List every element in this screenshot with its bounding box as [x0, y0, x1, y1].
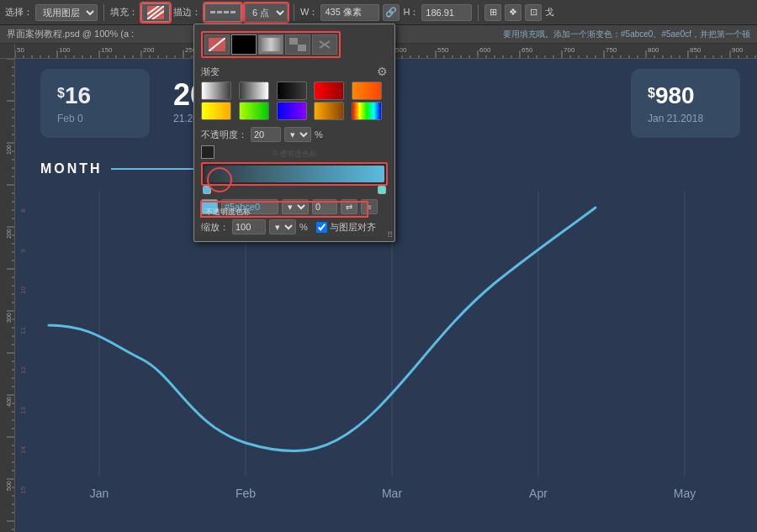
resize-handle[interactable]: ⠿	[387, 230, 393, 240]
svg-rect-7	[298, 38, 306, 45]
card-3-amount: $980	[648, 82, 723, 109]
card-1-date: Feb 0	[57, 113, 133, 124]
chart-curve	[49, 208, 596, 451]
gradient-editor-popup: 渐变 ⚙ 不透明度： ▾ % 不透明度色标	[193, 24, 395, 242]
extra-label: 戈	[545, 6, 554, 18]
more-icon[interactable]: ⊡	[525, 4, 542, 21]
preset-6[interactable]	[201, 102, 231, 120]
hex-color-input[interactable]	[221, 199, 278, 214]
svg-rect-8	[289, 45, 298, 51]
fill-diagonal-icon	[147, 6, 164, 19]
x-label-apr: Apr	[529, 487, 548, 500]
scale-select[interactable]: ▾	[269, 219, 296, 234]
preset-2[interactable]	[239, 82, 269, 100]
ruler-corner	[0, 44, 15, 59]
stop-left[interactable]	[203, 186, 211, 194]
opacity-input[interactable]	[251, 127, 281, 142]
card-1: $16 Feb 0	[40, 69, 150, 138]
separator-1	[103, 4, 104, 21]
x-label-jan: Jan	[90, 487, 109, 500]
width-label: W：	[300, 4, 379, 21]
svg-rect-9	[298, 45, 306, 51]
gradient-presets-grid	[201, 82, 388, 120]
separator-3	[478, 4, 479, 21]
gradient-title: 渐变	[201, 66, 220, 78]
opacity-unit: %	[315, 129, 323, 140]
fill-solid-btn[interactable]	[231, 34, 257, 55]
scale-input[interactable]	[232, 219, 266, 234]
preset-3[interactable]	[277, 82, 307, 100]
height-label: H：	[403, 4, 472, 21]
align-checkbox[interactable]	[316, 222, 327, 233]
y-label-12: 12	[19, 366, 27, 374]
preset-1[interactable]	[201, 82, 231, 100]
color-select[interactable]: ▾	[282, 199, 309, 214]
x-label-may: May	[674, 487, 696, 500]
stop-right[interactable]	[378, 186, 386, 194]
align-checkbox-row: 与图层对齐	[316, 221, 376, 234]
stroke-size-select[interactable]: 6 点	[245, 3, 288, 22]
opacity-select[interactable]: ▾	[284, 127, 311, 142]
stroke-line-icon	[210, 11, 236, 13]
x-label-feb: Feb	[236, 487, 256, 500]
gradient-settings-icon[interactable]: ⚙	[377, 65, 388, 78]
options-btn[interactable]: ≡	[361, 199, 378, 214]
preset-10[interactable]	[352, 102, 382, 120]
card-3: $980 Jan 21.2018	[631, 69, 740, 138]
color-input-row: ▾ ⇄ ≡	[201, 199, 388, 214]
opacity-label: 不透明度：	[201, 129, 247, 141]
opacity-slider-area: 不透明度色标	[201, 145, 388, 194]
y-label-15: 15	[19, 487, 27, 494]
y-label-10: 10	[19, 287, 27, 294]
fill-note-text: 要用填充哦。添加一个渐变色：#5abce0、#5ae0cf，并把第一个顿	[503, 29, 750, 40]
preset-5[interactable]	[352, 82, 382, 100]
gradient-bar-wrapper: 不透明度色标	[201, 162, 388, 186]
y-label-13: 13	[19, 407, 27, 414]
select-text: 选择：	[5, 6, 33, 18]
y-label-11: 11	[19, 327, 27, 334]
stroke-button[interactable]	[204, 3, 241, 22]
gradient-section-header: 渐变 ⚙	[201, 65, 388, 78]
height-input[interactable]	[421, 4, 472, 21]
opacity-bar-label: 不透明度色标	[201, 145, 388, 162]
select-label: 选择： 现用图层	[5, 4, 98, 21]
card-1-amount: $16	[57, 82, 133, 109]
chart-title: MONTH	[40, 161, 103, 176]
stop-markers-row	[201, 186, 388, 194]
x-label-mar: Mar	[382, 487, 402, 500]
link-icon[interactable]: 🔗	[383, 4, 400, 21]
y-label-8: 8	[19, 209, 26, 213]
y-axis-labels: 8 9 10 11 12 13 14 15	[15, 191, 30, 510]
ruler-left	[0, 59, 15, 532]
arrange-icon[interactable]: ❖	[505, 4, 521, 21]
other-fill-icon	[316, 38, 333, 51]
y-label-9: 9	[19, 249, 26, 252]
preset-9[interactable]	[314, 102, 344, 120]
pattern-icon	[289, 38, 306, 51]
align-icon[interactable]: ⊞	[484, 4, 501, 21]
fill-diagonal-icon	[209, 38, 225, 51]
color-swatch[interactable]	[201, 199, 218, 214]
fill-type-row	[201, 31, 341, 58]
scale-label: 缩放：	[201, 221, 229, 234]
opacity-control-row: 不透明度： ▾ %	[201, 127, 388, 142]
preset-4[interactable]	[314, 82, 344, 100]
fill-pattern-btn[interactable]	[285, 34, 310, 55]
preset-8[interactable]	[277, 102, 307, 120]
opacity-gradient-bar	[204, 166, 384, 182]
width-input[interactable]	[320, 4, 379, 21]
stroke-label: 描边：	[173, 6, 201, 18]
fill-button[interactable]	[141, 3, 170, 22]
preset-7[interactable]	[239, 102, 269, 120]
fill-label: 填充：	[110, 6, 138, 18]
fill-none-btn[interactable]	[204, 34, 230, 55]
layer-select[interactable]: 现用图层	[35, 4, 98, 21]
reverse-btn[interactable]: ⇄	[341, 199, 357, 214]
scale-unit: %	[299, 222, 308, 232]
fill-gradient-btn[interactable]	[258, 34, 283, 55]
align-label: 与图层对齐	[330, 221, 376, 234]
angle-input[interactable]	[312, 199, 337, 214]
y-label-14: 14	[19, 446, 27, 454]
separator-2	[294, 4, 294, 21]
fill-other-btn[interactable]	[312, 34, 337, 55]
